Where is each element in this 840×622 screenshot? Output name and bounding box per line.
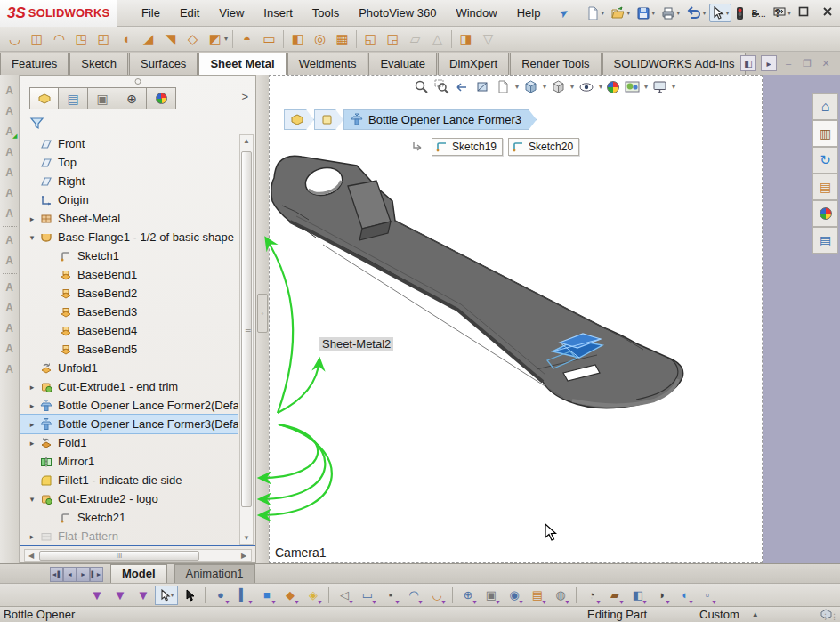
doc-close-icon[interactable]: ✕ (819, 56, 833, 70)
tab-weldments[interactable]: Weldments (287, 53, 368, 75)
tree-item-sketch1[interactable]: Sketch1 (20, 246, 238, 265)
tree-item-fold1[interactable]: ▸Fold1 (20, 433, 238, 452)
tree-item-basebend1[interactable]: BaseBend1 (20, 265, 238, 284)
rip-icon[interactable]: ◨ (455, 28, 477, 50)
maximize-button[interactable] (794, 3, 812, 20)
miter-flange-icon[interactable]: ◰ (93, 28, 115, 50)
new-button[interactable]: ▾ (583, 4, 607, 23)
tab-model[interactable]: Model (110, 564, 167, 583)
fold-icon[interactable]: ◲ (382, 28, 404, 50)
tab-first-icon[interactable]: ◄▌ (50, 567, 63, 582)
panel-splitter[interactable]: ◦ (256, 75, 269, 563)
filter-weld-symbols-icon[interactable]: ◔▼ (580, 586, 603, 605)
filter-notes-icon[interactable]: ▤▼ (526, 586, 549, 605)
solidworks-resources-tab[interactable]: ⌂ (812, 93, 838, 120)
select-other-icon[interactable] (178, 586, 201, 605)
base-flange-icon[interactable]: ◡ (4, 28, 26, 50)
tree-hscroll-thumb[interactable]: III (39, 551, 199, 561)
sketched-bend-icon[interactable]: ◥ (159, 28, 182, 50)
tree-item-sheet-metal[interactable]: ▸Sheet-Metal (20, 209, 238, 228)
filter-planes-icon[interactable]: ▭▼ (356, 586, 379, 605)
tree-scroll-thumb[interactable]: ☰ (241, 151, 252, 507)
menu-file[interactable]: File (132, 3, 170, 23)
model-3d-bottle-opener[interactable] (270, 76, 762, 562)
tab-configurationmanager[interactable]: ▣ (88, 87, 117, 109)
filter-vertices-icon[interactable]: ●▼ (209, 586, 232, 605)
filter-sketch-segments-icon[interactable]: ◠▼ (402, 586, 425, 605)
resize-grip[interactable]: ⋮⋮ (821, 612, 839, 621)
tree-item-basebend3[interactable]: BaseBend3 (20, 303, 238, 321)
tree-expand-icon[interactable]: ▸ (26, 532, 38, 541)
tree-item-origin[interactable]: Origin (20, 190, 238, 209)
filter-balloons-icon[interactable]: ◍▼ (549, 586, 572, 605)
close-button[interactable] (818, 3, 836, 20)
filter-sketch-points-icon[interactable]: ▪▼ (379, 586, 402, 605)
tab-dimxpert[interactable]: DimXpert (438, 53, 509, 75)
tree-item-bottle-opener-lance-former3-defau[interactable]: ▸Bottle Opener Lance Former3(Defau (20, 415, 238, 433)
appearances-scenes-tab[interactable] (812, 200, 838, 227)
tab-sheet-metal[interactable]: Sheet Metal (198, 53, 286, 75)
tree-item-base-flange1-1-2-of-basic-shape[interactable]: ▾Base-Flange1 - 1/2 of basic shape (20, 228, 238, 246)
splitter-handle[interactable]: ◦ (257, 294, 268, 333)
tree-item-right[interactable]: Right (20, 172, 238, 190)
scroll-down-icon[interactable]: ▼ (243, 534, 250, 542)
tab-render-tools[interactable]: Render Tools (510, 53, 601, 75)
tree-item-basebend5[interactable]: BaseBend5 (20, 340, 238, 359)
jog-icon[interactable]: ◢ (137, 28, 159, 50)
tree-expand-icon[interactable]: ▸ (26, 214, 38, 223)
tree-expand-icon[interactable]: ▾ (26, 495, 38, 504)
menu-window[interactable]: Window (446, 3, 506, 23)
tab-propertymanager[interactable]: ▤ (59, 87, 88, 109)
file-explorer-tab[interactable]: ↻ (812, 147, 838, 174)
tab-surfaces[interactable]: Surfaces (129, 53, 198, 75)
tree-item-unfold1[interactable]: Unfold1 (20, 359, 238, 377)
custom-properties-tab[interactable]: ▤ (812, 227, 838, 254)
tab-next-icon[interactable]: ► (77, 567, 90, 582)
pin-menu-icon[interactable]: ➤ (556, 4, 571, 20)
tree-item-flat-pattern[interactable]: ▸Flat-Pattern (20, 527, 238, 545)
unfold-icon[interactable]: ◱ (359, 28, 382, 50)
scroll-up-icon[interactable]: ▲ (243, 137, 250, 145)
lance-icon[interactable]: ▭ (258, 28, 280, 50)
panel-resize-handle[interactable] (135, 78, 141, 85)
minimize-button[interactable] (746, 3, 764, 20)
corners-icon[interactable]: ◩ (204, 28, 226, 50)
tree-expand-icon[interactable]: ▸ (26, 401, 38, 410)
tree-expand-icon[interactable]: ▸ (26, 439, 38, 448)
graphics-viewport[interactable]: ▾▾▾▾▾▾ Bottle Opener Lance Former3 Sketc… (269, 75, 763, 563)
scroll-left-icon[interactable]: ◀ (25, 552, 37, 560)
toggle-selection-filters-icon[interactable]: ▼ (132, 586, 155, 605)
filter-solid-bodies-icon[interactable]: ◈▼ (302, 586, 325, 605)
save-button[interactable]: ▾ (634, 4, 658, 23)
filter-surface-bodies-icon[interactable]: ◆▼ (279, 586, 302, 605)
menu-insert[interactable]: Insert (254, 3, 303, 23)
tab-solidworks-add-ins[interactable]: SOLIDWORKS Add-Ins (602, 53, 747, 75)
filter-center-marks-icon[interactable]: ⊕▼ (456, 586, 480, 605)
select-icon[interactable]: ▾ (155, 586, 178, 605)
tree-expand-icon[interactable]: ▸ (26, 383, 38, 392)
hem-icon[interactable]: ◖ (115, 28, 137, 50)
cross-break-icon[interactable]: ◇ (182, 28, 204, 50)
tab-features[interactable]: Features (0, 53, 69, 75)
tab-sketch[interactable]: Sketch (69, 53, 128, 75)
tree-item-fillet1-indicate-die-side[interactable]: Fillet1 - indicate die side (20, 471, 238, 489)
tree-vertical-scrollbar[interactable]: ▲ ☰ ▼ (239, 134, 254, 545)
undo-button[interactable]: ▾ (683, 4, 708, 23)
filter-surface-finish-symbols-icon[interactable]: ◑▼ (650, 586, 673, 605)
tree-item-basebend4[interactable]: BaseBend4 (20, 321, 238, 340)
tree-horizontal-scrollbar[interactable]: ◀ III ▶ (24, 549, 252, 562)
simple-hole-icon[interactable]: ◎ (309, 28, 331, 50)
extruded-cut-icon[interactable]: ◧ (287, 28, 309, 50)
menu-edit[interactable]: Edit (170, 3, 209, 23)
menu-help[interactable]: Help (507, 3, 551, 23)
tree-expand-icon[interactable]: ▾ (26, 233, 38, 242)
menu-view[interactable]: View (209, 3, 254, 23)
select-button[interactable]: ▾ (709, 4, 731, 22)
tree-item-top[interactable]: Top (20, 153, 238, 172)
pin-featuremanager-icon[interactable]: ◧ (740, 55, 756, 71)
convert-to-sheet-metal-icon[interactable]: ◫ (26, 28, 48, 50)
filter-funnel-icon[interactable] (29, 117, 45, 131)
arrange-button[interactable] (770, 3, 788, 20)
tab-previous-icon[interactable]: ◄ (63, 567, 77, 582)
status-units[interactable]: Custom (699, 608, 739, 621)
